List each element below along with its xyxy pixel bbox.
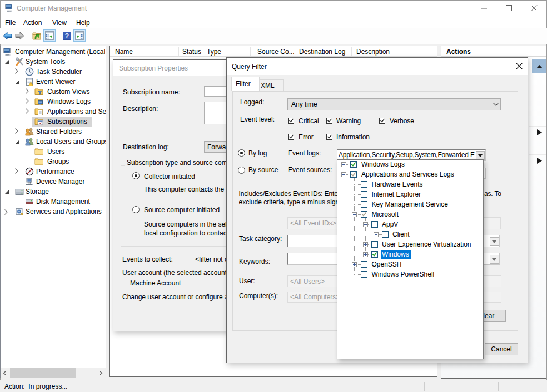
svg-text:?: ? [65,32,69,40]
